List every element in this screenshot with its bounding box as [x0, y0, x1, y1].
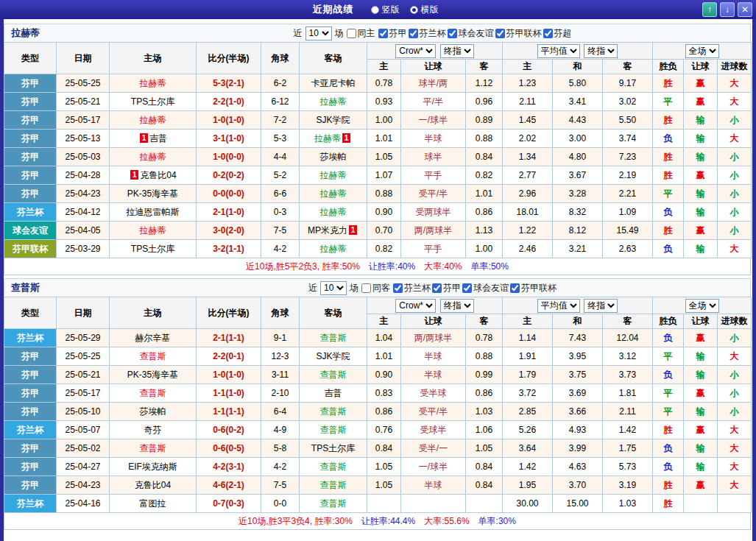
odds-final-select[interactable]: 终指 — [440, 44, 474, 58]
avg-draw-odds: 15.00 — [553, 495, 603, 513]
filter-checkbox[interactable] — [462, 283, 472, 293]
col-goals: 进球数 — [718, 314, 752, 329]
type-cell: 芬兰杯 — [4, 421, 57, 439]
scroll-up-button[interactable]: ↑ — [702, 2, 717, 17]
scroll-down-button[interactable]: ↓ — [720, 2, 735, 17]
type-cell: 芬甲 — [4, 93, 57, 111]
layout-radio-horizontal[interactable]: 横版 — [410, 4, 439, 16]
recent-count-select[interactable]: 10 — [305, 26, 332, 40]
home-team-name: EIF埃克纳斯 — [128, 462, 177, 472]
home-team-name: 克鲁比04 — [140, 170, 176, 180]
handicap-away-odds: 0.88 — [466, 347, 503, 366]
col-home: 主场 — [110, 43, 197, 74]
score-cell: 0-6(0-2) — [197, 421, 261, 439]
filter-球会友谊[interactable]: 球会友谊 — [448, 27, 494, 40]
type-cell: 芬甲 — [4, 347, 57, 366]
corners-cell: 6-12 — [261, 93, 300, 111]
result-cell: 负 — [653, 329, 684, 347]
full-match-select[interactable]: 全场 — [685, 299, 719, 313]
avg-away-odds: 2.19 — [603, 166, 653, 185]
handicap-line: 球半/两 — [401, 74, 466, 93]
bookmaker-select[interactable]: Crow* — [395, 44, 436, 58]
filter-checkbox[interactable] — [393, 283, 403, 293]
home-team-name: PK-35海辛基 — [127, 369, 178, 380]
filter-checkbox[interactable] — [448, 29, 457, 38]
filter-芬甲[interactable]: 芬甲 — [378, 27, 407, 40]
result-cell: 胜 — [653, 421, 684, 439]
away-team-name: 查普斯 — [320, 369, 347, 380]
handicap-result-cell: 输 — [684, 185, 718, 203]
match-row: 芬甲25-05-25拉赫蒂5-3(2-1)6-2卡亚尼卡帕0.78球半/两1.1… — [4, 74, 752, 93]
handicap-line: 半球 — [401, 476, 466, 495]
col-avg-away: 客 — [603, 60, 653, 74]
handicap-line: 平手 — [401, 166, 466, 185]
match-row: 芬兰杯25-05-29赫尔辛基2-1(1-1)9-1查普斯1.04两/两球半0.… — [4, 329, 752, 347]
handicap-home-odds: 0.90 — [367, 203, 401, 222]
goals-cell: 小 — [718, 185, 752, 203]
handicap-line: 平手 — [401, 240, 466, 258]
result-cell: 负 — [653, 439, 684, 458]
goals-cell: 大 — [718, 476, 752, 495]
filter-checkbox[interactable] — [432, 283, 442, 293]
same-venue-filter[interactable]: 同主 — [347, 27, 375, 40]
summary: 近10场,胜3平3负4, 胜率:30%让胜率:44.4%大率:55.6%单率:3… — [4, 513, 751, 530]
away-team-cell: MP米克力1 — [300, 222, 367, 240]
recent-count-select[interactable]: 10 — [320, 281, 347, 295]
close-icon[interactable]: ✕ — [738, 2, 752, 17]
filter-checkbox[interactable] — [543, 29, 553, 38]
col-away: 客场 — [300, 43, 367, 74]
filter-芬兰杯[interactable]: 芬兰杯 — [409, 27, 446, 40]
average-final-select[interactable]: 终指 — [584, 44, 618, 58]
filter-芬甲联杯[interactable]: 芬甲联杯 — [495, 27, 542, 40]
away-team-cell: 查普斯 — [300, 476, 367, 495]
handicap-result-cell — [684, 495, 718, 513]
avg-home-odds: 1.42 — [503, 458, 553, 476]
average-select[interactable]: 平均值 — [537, 44, 580, 58]
score-cell: 1-1(1-0) — [197, 384, 261, 403]
team-section: 拉赫蒂 近 10 场 同主 芬甲芬兰杯球会友谊芬甲联杯芬超 — [4, 24, 752, 275]
filter-checkbox[interactable] — [409, 29, 418, 38]
corners-cell: 6-2 — [261, 74, 300, 93]
avg-draw-odds: 3.66 — [553, 403, 603, 421]
corners-cell: 4-2 — [261, 240, 300, 258]
match-row: 芬甲25-05-10莎埃帕1-1(1-1)6-4查普斯0.86受平/半1.032… — [4, 403, 752, 421]
average-final-select[interactable]: 终指 — [584, 299, 618, 313]
filter-checkbox[interactable] — [378, 29, 388, 38]
away-team-name: SJK学院 — [316, 115, 350, 125]
handicap-result-cell: 赢 — [684, 384, 718, 403]
results-body: 芬甲25-05-25拉赫蒂5-3(2-1)6-2卡亚尼卡帕0.78球半/两1.1… — [4, 74, 752, 258]
red-card-badge: 1 — [140, 133, 148, 143]
handicap-line: 受平/半 — [401, 403, 466, 421]
avg-away-odds: 12.04 — [603, 329, 653, 347]
corners-cell: 7-5 — [261, 476, 300, 495]
bookmaker-select[interactable]: Crow* — [395, 299, 436, 313]
titlebar: 近期战绩 竖版 横版 ↑ ↓ ✕ — [0, 0, 756, 19]
avg-away-odds: 1.81 — [603, 384, 653, 403]
same-venue-checkbox[interactable] — [361, 283, 371, 293]
filter-球会友谊[interactable]: 球会友谊 — [462, 282, 509, 294]
average-select[interactable]: 平均值 — [537, 299, 580, 313]
result-cell: 负 — [653, 203, 684, 222]
full-match-select[interactable]: 全场 — [685, 44, 719, 58]
corners-cell: 3-11 — [261, 366, 300, 384]
handicap-home-odds: 0.93 — [367, 93, 401, 111]
filter-芬超[interactable]: 芬超 — [543, 27, 572, 40]
filter-label: 芬兰杯 — [420, 27, 446, 40]
date-cell: 25-03-29 — [57, 240, 110, 258]
same-venue-checkbox[interactable] — [347, 29, 356, 38]
filter-芬甲联杯[interactable]: 芬甲联杯 — [510, 282, 557, 294]
radio-horizontal-icon — [410, 6, 418, 14]
score-cell: 1-0(1-0) — [197, 111, 261, 130]
summary-segment: 大率:55.6% — [424, 516, 469, 526]
odds-final-select[interactable]: 终指 — [440, 299, 474, 313]
filter-芬兰杯[interactable]: 芬兰杯 — [393, 282, 431, 294]
filter-label: 芬甲联杯 — [521, 282, 557, 294]
filter-checkbox[interactable] — [495, 29, 505, 38]
avg-home-odds: 18.01 — [503, 203, 553, 222]
filter-checkbox[interactable] — [510, 283, 520, 293]
filter-芬甲[interactable]: 芬甲 — [432, 282, 461, 294]
layout-radio-vertical[interactable]: 竖版 — [371, 4, 400, 16]
away-team-name: 拉赫蒂 — [320, 188, 347, 199]
away-team-name: 查普斯 — [320, 462, 347, 472]
same-venue-filter[interactable]: 同客 — [361, 282, 390, 294]
